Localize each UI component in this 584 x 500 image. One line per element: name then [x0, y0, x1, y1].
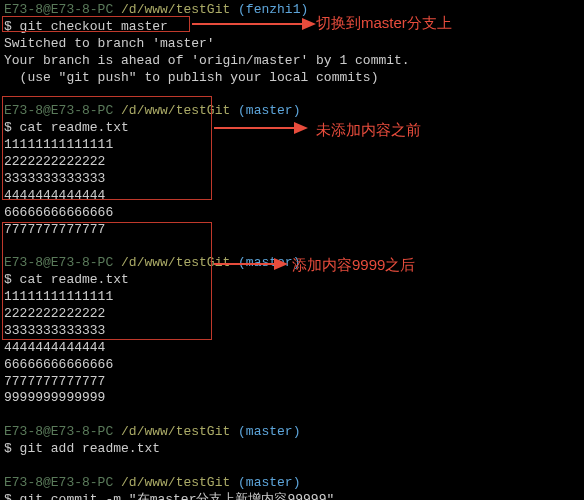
dollar-icon: $ [4, 492, 20, 500]
command: cat readme.txt [20, 120, 129, 135]
output-line: Switched to branch 'master' [4, 36, 580, 53]
prompt-user: E73-8@E73-8-PC [4, 2, 113, 17]
command: git add readme.txt [20, 441, 160, 456]
prompt-user: E73-8@E73-8-PC [4, 424, 113, 439]
command: git commit -m "在master分支上新增内容99999" [20, 492, 335, 500]
output-line: 3333333333333 [4, 323, 580, 340]
output-line: 7777777777777 [4, 222, 580, 239]
prompt-path: /d/www/testGit [121, 424, 230, 439]
prompt-path: /d/www/testGit [121, 475, 230, 490]
prompt-user: E73-8@E73-8-PC [4, 255, 113, 270]
prompt-path: /d/www/testGit [121, 2, 230, 17]
prompt-branch: (master) [238, 424, 300, 439]
output-line: 66666666666666 [4, 205, 580, 222]
prompt-branch: (master) [238, 103, 300, 118]
output-line: (use "git push" to publish your local co… [4, 70, 580, 87]
output-line: 2222222222222 [4, 306, 580, 323]
terminal[interactable]: E73-8@E73-8-PC /d/www/testGit (fenzhi1) … [0, 0, 584, 500]
dollar-icon: $ [4, 19, 20, 34]
output-line: Your branch is ahead of 'origin/master' … [4, 53, 580, 70]
prompt-path: /d/www/testGit [121, 255, 230, 270]
dollar-icon: $ [4, 441, 20, 456]
output-line: 11111111111111 [4, 137, 580, 154]
command: cat readme.txt [20, 272, 129, 287]
output-line: 4444444444444 [4, 188, 580, 205]
output-line: 4444444444444 [4, 340, 580, 357]
prompt-user: E73-8@E73-8-PC [4, 475, 113, 490]
dollar-icon: $ [4, 120, 20, 135]
output-line: 9999999999999 [4, 390, 580, 407]
prompt-path: /d/www/testGit [121, 103, 230, 118]
prompt-user: E73-8@E73-8-PC [4, 103, 113, 118]
output-line: 11111111111111 [4, 289, 580, 306]
output-line: 66666666666666 [4, 357, 580, 374]
prompt-branch: (master) [238, 255, 300, 270]
prompt-branch: (master) [238, 475, 300, 490]
output-line: 2222222222222 [4, 154, 580, 171]
dollar-icon: $ [4, 272, 20, 287]
output-line: 3333333333333 [4, 171, 580, 188]
prompt-branch: (fenzhi1) [238, 2, 308, 17]
command: git checkout master [20, 19, 168, 34]
output-line: 7777777777777 [4, 374, 580, 391]
